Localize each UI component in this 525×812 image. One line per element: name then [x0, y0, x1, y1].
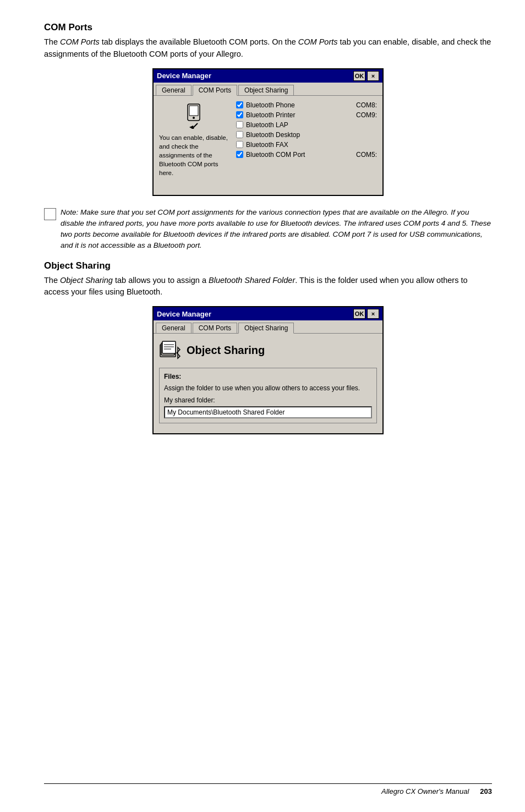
tab-objectsharing-2[interactable]: Object Sharing — [238, 323, 294, 334]
tab-comports-2[interactable]: COM Ports — [193, 323, 237, 333]
tab-objectsharing-1[interactable]: Object Sharing — [238, 85, 294, 95]
com-phone-port: COM8: — [351, 101, 377, 109]
com-ports-left-text: You can enable, disable, and check the a… — [159, 133, 231, 177]
checkbox-bluetooth-comport[interactable]: Bluetooth COM Port COM5: — [236, 151, 377, 159]
object-sharing-icon — [159, 339, 181, 361]
dm-titlebar-2: Device Manager OK × — [154, 307, 382, 320]
com-comport-port: COM5: — [351, 151, 377, 159]
com-ports-right: Bluetooth Phone COM8: Bluetooth Printer … — [236, 101, 377, 177]
checkbox-desktop-input[interactable] — [236, 131, 243, 138]
com-ports-body: The COM Ports tab displays the available… — [44, 36, 492, 61]
checkbox-phone-input[interactable] — [236, 101, 243, 108]
svg-rect-1 — [189, 106, 198, 116]
checkbox-printer-input[interactable] — [236, 111, 243, 118]
tab-general-1[interactable]: General — [156, 85, 192, 95]
dm-titlebar-buttons-1: OK × — [353, 71, 379, 81]
checkbox-printer-label: Bluetooth Printer — [246, 111, 295, 119]
com-printer-port: COM9: — [351, 111, 377, 119]
checkbox-bluetooth-lap[interactable]: Bluetooth LAP — [236, 121, 377, 129]
bluetooth-icon — [181, 101, 209, 129]
os-folder-input[interactable] — [164, 406, 372, 418]
device-manager-window-2: Device Manager OK × General COM Ports Ob… — [152, 306, 384, 434]
tab-comports-1[interactable]: COM Ports — [193, 85, 237, 96]
checkbox-comport-label: Bluetooth COM Port — [246, 151, 305, 159]
checkbox-bluetooth-printer[interactable]: Bluetooth Printer COM9: — [236, 111, 377, 119]
checkbox-bluetooth-phone[interactable]: Bluetooth Phone COM8: — [236, 101, 377, 109]
com-ports-heading: COM Ports — [44, 22, 492, 33]
dm-title-2: Device Manager — [157, 310, 211, 318]
object-sharing-heading: Object Sharing — [44, 260, 492, 271]
note-text: Note: Make sure that you set COM port as… — [61, 207, 492, 252]
svg-point-2 — [193, 117, 195, 119]
com-ports-layout: You can enable, disable, and check the a… — [159, 101, 377, 177]
os-files-label: Files: — [164, 373, 372, 380]
note-box: Note: Make sure that you set COM port as… — [44, 207, 492, 252]
dm-content-1: You can enable, disable, and check the a… — [154, 96, 382, 195]
svg-marker-4 — [189, 126, 194, 129]
footer-page: 203 — [480, 787, 492, 795]
os-header: Object Sharing — [159, 339, 377, 361]
dm-title-1: Device Manager — [157, 72, 211, 80]
com-ports-left: You can enable, disable, and check the a… — [159, 101, 231, 177]
dm-close-button-1[interactable]: × — [367, 71, 379, 81]
checkbox-desktop-label: Bluetooth Desktop — [246, 131, 300, 139]
object-sharing-body: The Object Sharing tab allows you to ass… — [44, 275, 492, 299]
checkbox-comport-input[interactable] — [236, 151, 243, 158]
checkbox-fax-label: Bluetooth FAX — [246, 141, 288, 149]
object-sharing-content: Object Sharing Files: Assign the folder … — [154, 334, 382, 433]
checkbox-phone-label: Bluetooth Phone — [246, 101, 295, 109]
dm-titlebar-1: Device Manager OK × — [154, 69, 382, 83]
checkbox-bluetooth-desktop[interactable]: Bluetooth Desktop — [236, 131, 377, 139]
footer-manual: Allegro CX Owner's Manual — [381, 787, 469, 795]
os-files-group: Files: Assign the folder to use when you… — [159, 368, 377, 423]
svg-rect-7 — [162, 341, 176, 353]
tab-general-2[interactable]: General — [156, 323, 192, 333]
checkbox-fax-input[interactable] — [236, 141, 243, 148]
os-description: Assign the folder to use when you allow … — [164, 384, 372, 393]
device-manager-window-1: Device Manager OK × General COM Ports Ob… — [152, 68, 384, 196]
os-title-text: Object Sharing — [187, 344, 265, 357]
page-footer: Allegro CX Owner's Manual 203 — [44, 783, 492, 795]
dm-close-button-2[interactable]: × — [367, 309, 379, 319]
checkbox-bluetooth-fax[interactable]: Bluetooth FAX — [236, 141, 377, 149]
os-shared-label: My shared folder: — [164, 396, 372, 404]
checkbox-lap-input[interactable] — [236, 121, 243, 128]
dm-ok-button-2[interactable]: OK — [353, 309, 365, 319]
note-icon — [44, 208, 56, 220]
dm-ok-button-1[interactable]: OK — [353, 71, 365, 81]
dm-titlebar-buttons-2: OK × — [353, 309, 379, 319]
dm-tabs-2: General COM Ports Object Sharing — [154, 320, 382, 334]
checkbox-lap-label: Bluetooth LAP — [246, 121, 288, 129]
dm-tabs-1: General COM Ports Object Sharing — [154, 83, 382, 96]
